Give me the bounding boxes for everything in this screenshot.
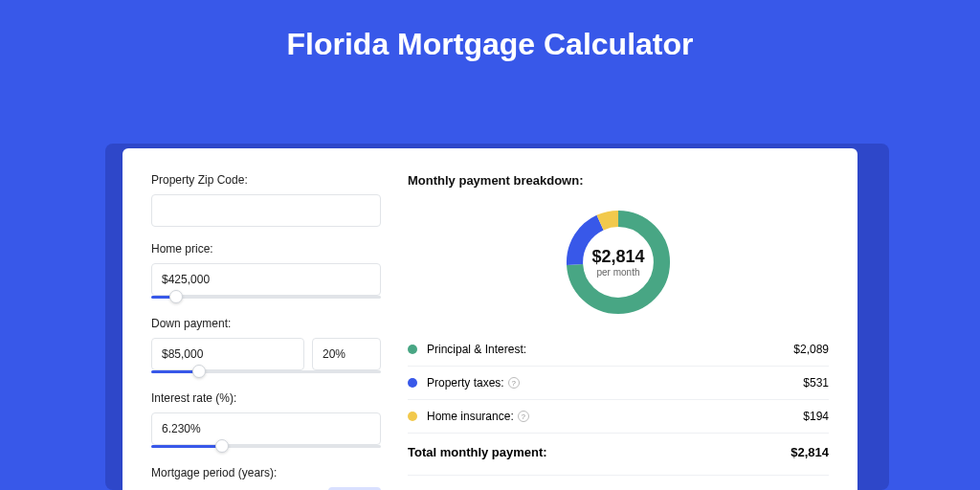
period-label: Mortgage period (years): (151, 466, 381, 479)
donut-center: $2,814 per month (561, 205, 676, 320)
zip-label: Property Zip Code: (151, 173, 381, 187)
page-title: Florida Mortgage Calculator (0, 0, 980, 83)
down-payment-group: Down payment: (151, 317, 381, 376)
legend-value: $531 (803, 376, 829, 390)
home-price-label: Home price: (151, 242, 381, 256)
home-price-slider[interactable] (151, 294, 381, 301)
interest-group: Interest rate (%): (151, 391, 381, 451)
donut-amount: $2,814 (591, 247, 644, 267)
down-payment-slider[interactable] (151, 368, 381, 376)
period-group: Mortgage period (years): 10152030 (151, 466, 381, 490)
legend-row: Home insurance:?$194 (408, 400, 829, 433)
interest-label: Interest rate (%): (151, 391, 381, 405)
legend-value: $194 (803, 410, 829, 423)
legend-row: Property taxes:?$531 (408, 367, 829, 400)
total-value: $2,814 (791, 445, 829, 459)
legend-label: Principal & Interest: (427, 343, 526, 356)
legend-row: Principal & Interest:$2,089 (408, 333, 829, 367)
total-label: Total monthly payment: (408, 445, 547, 459)
legend-label: Home insurance: (427, 410, 514, 423)
donut-sub: per month (596, 267, 639, 278)
legend-label: Property taxes: (427, 376, 504, 390)
help-icon[interactable]: ? (518, 411, 529, 422)
interest-input[interactable] (151, 412, 381, 445)
down-payment-pct-input[interactable] (312, 338, 381, 370)
swatch-icon (408, 378, 417, 388)
down-payment-input[interactable] (151, 338, 304, 370)
total-row: Total monthly payment: $2,814 (408, 433, 829, 475)
home-price-group: Home price: (151, 242, 381, 301)
interest-slider[interactable] (151, 443, 381, 451)
legend-value: $2,089 (793, 343, 829, 356)
calculator-card: Property Zip Code: Home price: Down paym… (122, 148, 858, 490)
donut-chart: $2,814 per month (408, 205, 829, 320)
inputs-column: Property Zip Code: Home price: Down paym… (151, 173, 381, 490)
home-price-input[interactable] (151, 263, 381, 296)
swatch-icon (408, 412, 417, 421)
slider-thumb-icon[interactable] (192, 365, 206, 378)
zip-group: Property Zip Code: (151, 173, 381, 227)
slider-thumb-icon[interactable] (215, 439, 229, 453)
help-icon[interactable]: ? (508, 377, 520, 389)
zip-input[interactable] (151, 194, 381, 227)
down-payment-label: Down payment: (151, 317, 381, 330)
slider-thumb-icon[interactable] (169, 290, 183, 303)
breakdown-heading: Monthly payment breakdown: (408, 173, 829, 188)
amortization-section: Amortization for mortgage loan Amortizat… (408, 475, 829, 490)
swatch-icon (408, 345, 417, 354)
legend: Principal & Interest:$2,089Property taxe… (408, 333, 829, 433)
breakdown-column: Monthly payment breakdown: $2,814 per mo… (408, 173, 829, 490)
